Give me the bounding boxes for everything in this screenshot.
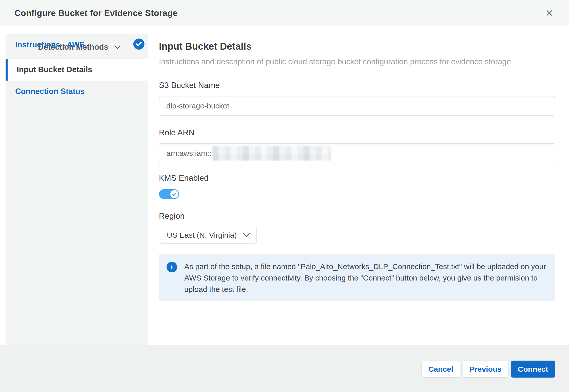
region-select[interactable]: US East (N. Virginia) <box>159 227 257 244</box>
sidebar-item-label: Connection Status <box>15 87 85 96</box>
chevron-down-icon <box>114 45 120 49</box>
region-selected-value: US East (N. Virginia) <box>167 231 237 239</box>
previous-button[interactable]: Previous <box>463 361 508 378</box>
chevron-down-icon <box>243 233 250 237</box>
bucket-name-label: S3 Bucket Name <box>159 80 555 90</box>
sidebar-item-input-bucket-details[interactable]: Input Bucket Details <box>6 59 148 81</box>
info-alert: i As part of the setup, a file named "Pa… <box>159 254 555 301</box>
page-description: Instructions and description of public c… <box>159 55 529 68</box>
sidebar-item-label: Instructions - AWS <box>15 40 85 49</box>
footer-buttons: Cancel Previous Connect <box>421 361 555 378</box>
steps-sidebar: Detection Methods Instructions - AWS Inp… <box>6 34 148 345</box>
configure-bucket-dialog: Configure Bucket for Evidence Storage ✕ … <box>0 0 569 392</box>
dialog-header: Configure Bucket for Evidence Storage ✕ <box>0 0 569 26</box>
kms-enabled-label: KMS Enabled <box>159 173 555 183</box>
cancel-button[interactable]: Cancel <box>421 361 460 378</box>
region-label: Region <box>159 211 555 221</box>
kms-toggle-check-icon <box>170 190 178 198</box>
step-completed-check-icon <box>133 39 144 50</box>
dialog-footer: Cancel Previous Connect <box>0 345 569 392</box>
sidebar-item-connection-status[interactable]: Connection Status <box>6 81 148 102</box>
kms-toggle[interactable] <box>159 189 179 199</box>
page-title: Input Bucket Details <box>159 41 555 52</box>
role-arn-label: Role ARN <box>159 128 555 137</box>
info-alert-text: As part of the setup, a file named "Palo… <box>184 261 546 295</box>
main-panel: Input Bucket Details Instructions and de… <box>159 25 555 301</box>
role-arn-redacted-value <box>212 146 331 161</box>
connect-button[interactable]: Connect <box>511 361 555 378</box>
role-arn-value-prefix: arn:aws:iam:: <box>166 149 211 158</box>
sidebar-item-instructions-aws[interactable]: Detection Methods Instructions - AWS <box>6 34 148 59</box>
dialog-title: Configure Bucket for Evidence Storage <box>14 8 178 18</box>
bucket-name-input[interactable] <box>159 96 555 116</box>
role-arn-input[interactable]: arn:aws:iam:: <box>159 143 555 163</box>
close-icon[interactable]: ✕ <box>545 8 553 18</box>
info-icon: i <box>167 262 177 272</box>
sidebar-item-label: Input Bucket Details <box>17 65 92 74</box>
